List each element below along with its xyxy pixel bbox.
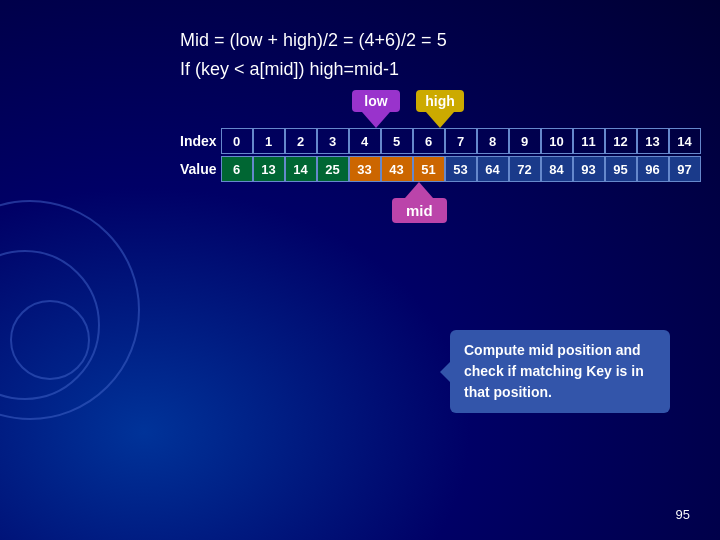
value-cell-11: 93 <box>573 156 605 182</box>
data-table: Index 01234567891011121314 Value 6131425… <box>180 128 700 182</box>
index-cell-9: 9 <box>509 128 541 154</box>
formula-line1: Mid = (low + high)/2 = (4+6)/2 = 5 <box>180 30 700 51</box>
value-cell-14: 97 <box>669 156 701 182</box>
mid-arrow: mid <box>392 182 447 223</box>
value-cell-12: 95 <box>605 156 637 182</box>
value-cell-0: 6 <box>221 156 253 182</box>
value-cell-1: 13 <box>253 156 285 182</box>
index-cell-13: 13 <box>637 128 669 154</box>
mid-label: mid <box>392 198 447 223</box>
value-cell-7: 53 <box>445 156 477 182</box>
value-cell-6: 51 <box>413 156 445 182</box>
callout-box: Compute mid position and check if matchi… <box>450 330 670 413</box>
value-cell-3: 25 <box>317 156 349 182</box>
index-cell-4: 4 <box>349 128 381 154</box>
index-cell-1: 1 <box>253 128 285 154</box>
index-cell-6: 6 <box>413 128 445 154</box>
index-cell-8: 8 <box>477 128 509 154</box>
index-label: Index <box>180 133 221 149</box>
callout-text: Compute mid position and check if matchi… <box>464 342 644 400</box>
index-cell-7: 7 <box>445 128 477 154</box>
value-cell-8: 64 <box>477 156 509 182</box>
value-cell-4: 33 <box>349 156 381 182</box>
formula-line2: If (key < a[mid]) high=mid-1 <box>180 59 700 80</box>
index-row: Index 01234567891011121314 <box>180 128 700 154</box>
index-cell-14: 14 <box>669 128 701 154</box>
index-cell-2: 2 <box>285 128 317 154</box>
low-label: low <box>352 90 400 112</box>
value-label: Value <box>180 161 221 177</box>
value-cell-10: 84 <box>541 156 573 182</box>
index-cell-5: 5 <box>381 128 413 154</box>
value-row: Value 61314253343515364728493959697 <box>180 156 700 182</box>
value-cell-9: 72 <box>509 156 541 182</box>
page-number: 95 <box>676 507 690 522</box>
high-label: high <box>416 90 464 112</box>
index-cell-12: 12 <box>605 128 637 154</box>
index-cell-0: 0 <box>221 128 253 154</box>
value-cell-2: 14 <box>285 156 317 182</box>
index-cell-10: 10 <box>541 128 573 154</box>
value-cell-5: 43 <box>381 156 413 182</box>
index-cell-11: 11 <box>573 128 605 154</box>
value-cell-13: 96 <box>637 156 669 182</box>
index-cell-3: 3 <box>317 128 349 154</box>
